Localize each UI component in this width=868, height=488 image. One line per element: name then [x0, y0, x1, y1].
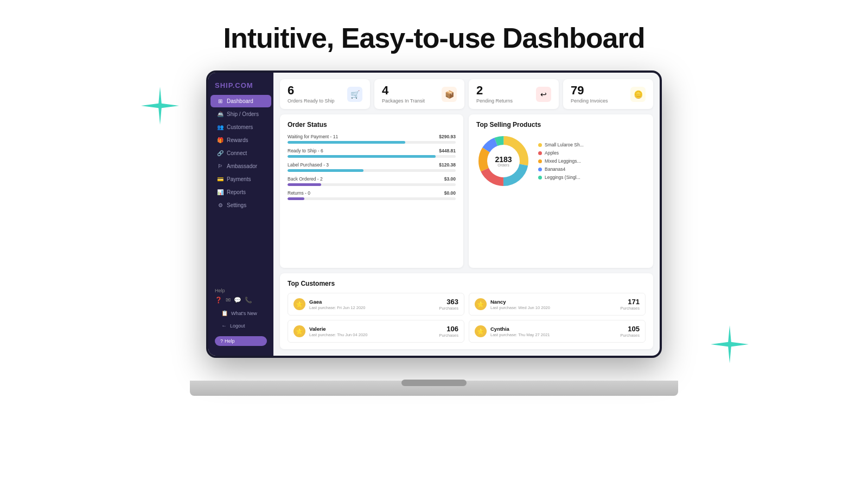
bar-track	[288, 141, 456, 144]
stat-pending-invoices: 79 Pending Invoices 🪙	[563, 79, 653, 109]
dashboard-icon: ⊞	[217, 98, 224, 104]
ship-icon: 🚢	[217, 111, 224, 117]
logout-icon: ←	[221, 323, 227, 329]
customers-icon: 👥	[217, 124, 224, 130]
laptop-mockup: SHIP.COM ⊞ Dashboard 🚢 Ship / Orders 👥 C…	[190, 70, 678, 396]
legend-label: Small Lularoe Sh...	[545, 142, 584, 147]
sidebar-item-rewards[interactable]: 🎁 Rewards	[210, 134, 271, 146]
customer-name: Nancy	[490, 299, 550, 305]
sidebar-item-reports[interactable]: 📊 Reports	[210, 186, 271, 198]
products-legend: Small Lularoe Sh... Apples Mixed Legging…	[538, 142, 584, 180]
donut-chart: 2183 Orders	[476, 134, 531, 188]
help-question-icon[interactable]: ❓	[215, 297, 222, 304]
laptop-notch	[401, 380, 467, 386]
order-row-label: Ready to Ship - 6	[288, 148, 323, 153]
bar-track	[288, 183, 456, 186]
orders-ready-number: 6	[288, 85, 335, 97]
ambassador-icon: 🏳	[217, 163, 224, 169]
legend-dot	[538, 159, 542, 163]
sidebar-item-dashboard[interactable]: ⊞ Dashboard	[210, 95, 271, 107]
packages-transit-icon: 📦	[442, 87, 457, 102]
customer-right: 106 Purchases	[439, 325, 458, 338]
legend-dot	[538, 176, 542, 179]
customer-card: ⭐ Gaea Last purchase: Fri Jun 12 2020 36…	[288, 293, 464, 316]
help-button[interactable]: ? Help	[215, 336, 267, 346]
order-status-row: Ready to Ship - 6 $448.81	[288, 148, 456, 158]
sidebar-logo: SHIP.COM	[208, 79, 273, 95]
products-content: 2183 Orders Small Lularoe Sh... Apples M…	[476, 134, 646, 188]
star-left-icon	[141, 87, 179, 125]
customer-date: Last purchase: Wed Jun 10 2020	[490, 305, 550, 310]
customer-count: 106	[439, 325, 458, 333]
legend-label: Leggings (Singl...	[545, 175, 580, 180]
help-btn-icon: ?	[220, 338, 223, 344]
bar-track	[288, 169, 456, 172]
stat-packages-transit: 4 Packages In Transit 📦	[374, 79, 464, 109]
legend-item: Bananas4	[538, 166, 584, 172]
order-status-row: Waiting for Payment - 11 $290.93	[288, 134, 456, 144]
page-heading: Intuitive, Easy-to-use Dashboard	[223, 22, 644, 54]
legend-item: Leggings (Singl...	[538, 175, 584, 180]
whats-new-icon: 📋	[221, 310, 228, 316]
customer-avatar: ⭐	[293, 298, 305, 310]
settings-icon: ⚙	[217, 202, 224, 208]
stat-pending-returns: 2 Pending Returns ↩	[469, 79, 559, 109]
customer-purchases: Purchases	[621, 306, 640, 311]
customer-left: ⭐ Nancy Last purchase: Wed Jun 10 2020	[475, 298, 550, 310]
customer-info: Gaea Last purchase: Fri Jun 12 2020	[309, 299, 365, 310]
customer-left: ⭐ Cynthia Last purchase: Thu May 27 2021	[475, 325, 550, 337]
order-row-amount: $290.93	[439, 134, 456, 139]
sidebar-item-settings[interactable]: ⚙ Settings	[210, 199, 271, 211]
customer-name: Cynthia	[490, 326, 550, 332]
customer-name: Gaea	[309, 299, 365, 305]
legend-dot	[538, 151, 542, 155]
help-chat-icon[interactable]: 💬	[234, 297, 241, 304]
whats-new-link[interactable]: 📋 What's New	[215, 307, 267, 319]
legend-dot	[538, 168, 542, 171]
sidebar-item-ambassador[interactable]: 🏳 Ambassador	[210, 160, 271, 172]
order-row-label: Waiting for Payment - 11	[288, 134, 338, 139]
sidebar-item-customers[interactable]: 👥 Customers	[210, 121, 271, 133]
laptop-base	[190, 381, 678, 396]
customer-purchases: Purchases	[439, 306, 458, 311]
help-icons: ❓ ✉ 💬 📞	[208, 294, 273, 306]
customer-date: Last purchase: Fri Jun 12 2020	[309, 305, 365, 310]
logout-link[interactable]: ← Logout	[215, 319, 267, 332]
orders-ready-label: Orders Ready to Ship	[288, 98, 335, 104]
customer-count: 363	[439, 298, 458, 306]
order-rows: Waiting for Payment - 11 $290.93 Ready t…	[288, 134, 456, 200]
payments-icon: 💳	[217, 176, 224, 182]
sidebar-item-payments[interactable]: 💳 Payments	[210, 173, 271, 185]
sidebar-item-ship-orders[interactable]: 🚢 Ship / Orders	[210, 108, 271, 120]
stats-row: 6 Orders Ready to Ship 🛒 4 Packages In T…	[280, 79, 653, 109]
help-phone-icon[interactable]: 📞	[245, 297, 252, 304]
customer-purchases: Purchases	[439, 333, 458, 338]
legend-label: Mixed Leggings...	[545, 158, 581, 164]
order-row-amount: $0.00	[444, 190, 456, 196]
main-content: 6 Orders Ready to Ship 🛒 4 Packages In T…	[273, 73, 660, 356]
order-status-row: Returns - 0 $0.00	[288, 190, 456, 200]
bar-fill	[288, 141, 405, 144]
reports-icon: 📊	[217, 189, 224, 195]
legend-label: Bananas4	[545, 166, 565, 172]
customer-count: 171	[621, 298, 640, 306]
customer-avatar: ⭐	[475, 298, 487, 310]
sidebar-item-connect[interactable]: 🔗 Connect	[210, 147, 271, 159]
customer-info: Valerie Last purchase: Thu Jun 04 2020	[309, 326, 367, 337]
order-status-card: Order Status Waiting for Payment - 11 $2…	[280, 114, 463, 268]
bar-track	[288, 155, 456, 158]
customer-card: ⭐ Cynthia Last purchase: Thu May 27 2021…	[469, 320, 646, 343]
customer-card: ⭐ Nancy Last purchase: Wed Jun 10 2020 1…	[469, 293, 646, 316]
help-mail-icon[interactable]: ✉	[226, 297, 231, 304]
pending-invoices-label: Pending Invoices	[571, 98, 608, 104]
legend-item: Apples	[538, 150, 584, 156]
order-row-amount: $448.81	[439, 148, 456, 153]
customer-info: Nancy Last purchase: Wed Jun 10 2020	[490, 299, 550, 310]
customer-name: Valerie	[309, 326, 367, 332]
bar-fill	[288, 183, 321, 186]
customer-count: 105	[621, 325, 640, 333]
top-products-title: Top Selling Products	[476, 121, 646, 129]
sidebar-nav: ⊞ Dashboard 🚢 Ship / Orders 👥 Customers …	[208, 95, 273, 285]
connect-icon: 🔗	[217, 150, 224, 156]
laptop-screen: SHIP.COM ⊞ Dashboard 🚢 Ship / Orders 👥 C…	[206, 70, 662, 358]
